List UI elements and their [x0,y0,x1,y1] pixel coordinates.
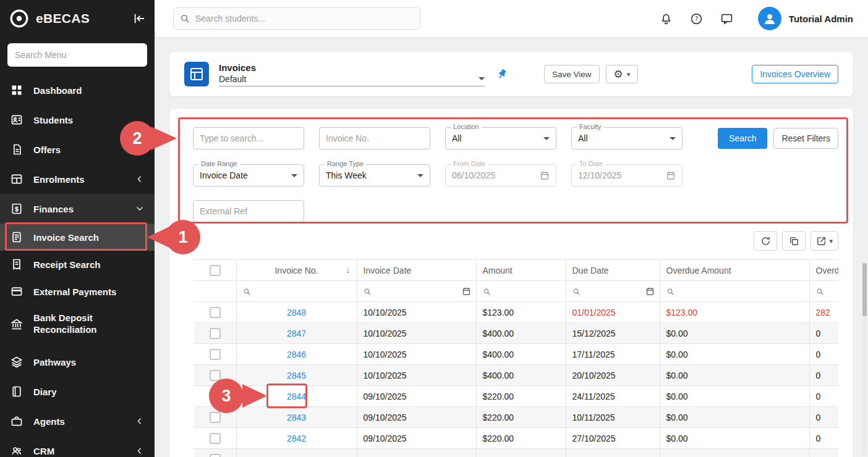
select-all-checkbox[interactable] [210,265,221,276]
table-row: 2846 10/10/2025 $400.00 17/11/2025 $0.00… [194,344,838,365]
sidebar-search-input[interactable] [7,43,147,67]
sidebar-item-bank-deposit-reconciliation[interactable]: Bank Deposit Reconciliation [0,305,155,343]
row-checkbox[interactable] [210,433,221,444]
type-to-search-input[interactable] [200,133,297,143]
date-range-select[interactable]: Date Range Invoice Date [193,164,304,187]
sidebar-item-offers[interactable]: Offers [0,135,155,164]
invoice-link[interactable]: 2842 [287,434,306,443]
sidebar-item-students[interactable]: Students [0,105,155,135]
row-checkbox[interactable] [210,328,221,339]
invoice-link[interactable]: 2847 [287,329,306,338]
topbar: ? Tutorial Admin [155,0,868,37]
filter-cell-invoice-no[interactable] [236,281,357,302]
sidebar-item-dashboard[interactable]: Dashboard [0,75,155,105]
range-type-select[interactable]: Range Type This Week [319,164,430,187]
calendar-icon[interactable] [645,287,655,296]
sidebar-item-invoice-search[interactable]: Invoice Search [0,224,155,251]
filter-cell-due-date[interactable] [566,281,660,302]
filter-cell-overdue-amount[interactable] [660,281,809,302]
page-title: Invoices [219,62,485,73]
external-ref-input[interactable] [200,206,297,216]
row-checkbox[interactable] [210,412,221,423]
sidebar-item-finances[interactable]: $ Finances [0,194,155,224]
pin-view-icon[interactable] [496,68,508,80]
to-date-value: 12/10/2025 [578,170,662,180]
filter-cell-empty [194,281,236,302]
student-search-input[interactable] [195,14,414,23]
from-date-label: From Date [451,160,488,167]
save-view-button[interactable]: Save View [544,65,600,83]
vertical-scrollbar[interactable] [862,262,867,456]
from-date-picker[interactable]: From Date 06/10/2025 [445,164,556,187]
cell-invoice-date: 10/10/2025 [357,344,476,365]
external-ref-field [193,200,304,222]
grid-filter-row [194,281,838,302]
search-button[interactable]: Search [718,128,767,149]
help-icon[interactable]: ? [690,12,703,25]
invoice-link[interactable]: 2848 [287,308,306,317]
invoice-no-input[interactable] [326,133,423,143]
invoice-link[interactable]: 2843 [287,413,306,422]
view-select[interactable]: Default [219,74,485,86]
header-label: Overdue Amount [666,266,731,275]
sidebar-item-label: Receipt Search [33,259,100,270]
sidebar-item-diary[interactable]: Diary [0,377,155,406]
refresh-button[interactable] [754,231,777,251]
chat-icon[interactable] [720,12,733,25]
sidebar-item-agents[interactable]: Agents [0,406,155,436]
chevron-left-icon [135,416,145,426]
sidebar-item-external-payments[interactable]: External Payments [0,278,155,305]
caret-down-icon [543,137,550,140]
cell-overdue-amount: $0.00 [660,386,809,407]
header-invoice-date[interactable]: Invoice Date [357,260,476,281]
invoice-link[interactable]: 2845 [287,371,306,380]
header-amount[interactable]: Amount [476,260,566,281]
gear-icon: ⚙ [614,69,623,80]
to-date-picker[interactable]: To Date 12/10/2025 [571,164,683,187]
sidebar-item-receipt-search[interactable]: Receipt Search [0,251,155,278]
export-button[interactable]: ▾ [811,231,838,251]
faculty-select[interactable]: Faculty All [571,127,683,149]
invoice-link[interactable]: 2846 [287,350,306,359]
header-label: Overdue b [816,266,839,275]
view-titles: Invoices Default [219,62,485,86]
filter-cell-invoice-date[interactable] [357,281,476,302]
cell-overdue-days: 0 [809,407,838,428]
filter-cell-overdue-by[interactable] [809,281,838,302]
header-due-date[interactable]: Due Date [566,260,660,281]
row-checkbox[interactable] [210,307,221,318]
cell-overdue-days: 0 [809,428,838,449]
view-header-card: Invoices Default Save View ⚙ ▾ Invoices … [169,52,853,96]
invoices-overview-button[interactable]: Invoices Overview [752,65,838,83]
sidebar-item-crm[interactable]: CRM [0,436,155,457]
header-invoice-no[interactable]: Invoice No.↓ [236,260,357,281]
view-settings-button[interactable]: ⚙ ▾ [606,65,639,83]
row-checkbox[interactable] [210,454,221,457]
notifications-bell-icon[interactable] [660,12,673,25]
sidebar-collapse-icon[interactable] [132,12,146,25]
sidebar-menu: Dashboard Students Offers Enrolments $ F… [0,75,155,457]
row-checkbox[interactable] [210,391,221,402]
cell-overdue-amount: $0.00 [660,365,809,386]
reset-filters-button[interactable]: Reset Filters [773,128,838,149]
invoice-link-2844[interactable]: 2844 [287,392,306,401]
calendar-icon[interactable] [462,287,471,296]
sidebar-item-enrolments[interactable]: Enrolments [0,164,155,194]
row-checkbox[interactable] [210,349,221,360]
column-chooser-button[interactable] [782,231,806,251]
user-menu[interactable]: Tutorial Admin [758,7,853,30]
header-overdue-amount[interactable]: Overdue Amount [660,260,809,281]
filter-cell-amount[interactable] [476,281,566,302]
caret-down-icon [417,174,423,177]
sidebar-item-pathways[interactable]: Pathways [0,347,155,377]
bank-icon [10,318,23,330]
header-overdue-by[interactable]: Overdue b [809,260,838,281]
sidebar-item-label: Pathways [33,357,76,367]
cell-invoice-date: 10/10/2025 [357,365,476,386]
filter-row-2: Date Range Invoice Date Range Type This … [193,164,838,187]
cell-amount: $123.00 [476,302,566,323]
to-date-label: To Date [577,160,605,167]
row-checkbox[interactable] [210,370,221,381]
location-select[interactable]: Location All [445,127,556,149]
scrollbar-thumb[interactable] [862,263,867,316]
